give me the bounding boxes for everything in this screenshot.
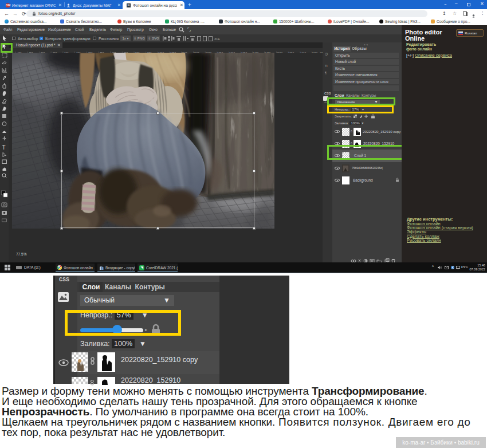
svg-text:T: T — [2, 144, 6, 151]
svg-text:ЗСЕ: ЗСЕ — [214, 37, 221, 41]
